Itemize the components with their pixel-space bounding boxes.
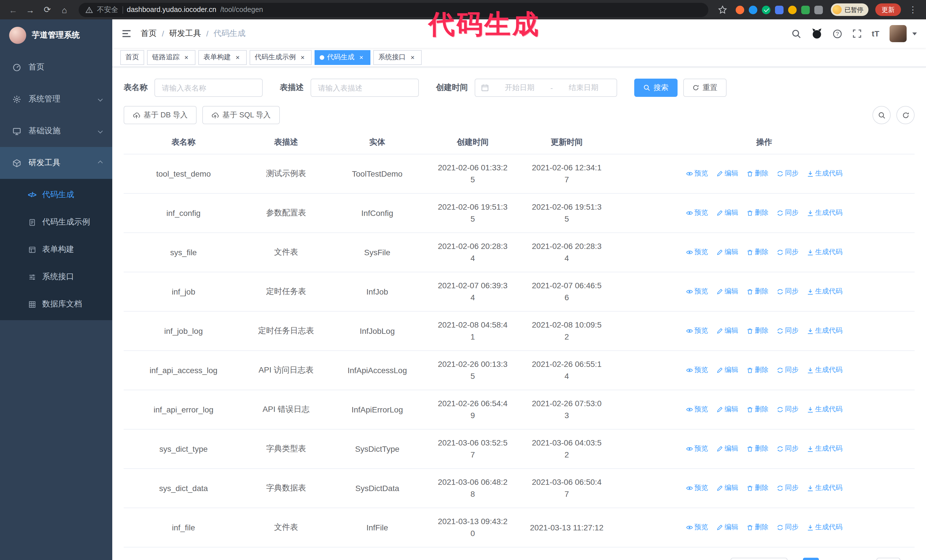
import-sql-button[interactable]: 基于 SQL 导入	[203, 106, 280, 124]
sidebar-item-system-api[interactable]: 系统接口	[0, 263, 112, 291]
user-avatar[interactable]	[890, 25, 906, 42]
action-sync-link[interactable]: 同步	[776, 287, 799, 296]
sidebar-item-codegen[interactable]: </> 代码生成	[0, 181, 112, 208]
action-sync-link[interactable]: 同步	[776, 365, 799, 375]
sidebar-item-db-doc[interactable]: 数据库文档	[0, 291, 112, 318]
action-generate-link[interactable]: 生成代码	[806, 287, 843, 296]
action-generate-link[interactable]: 生成代码	[806, 405, 843, 414]
tab-system-api[interactable]: 系统接口×	[373, 50, 422, 65]
action-generate-link[interactable]: 生成代码	[806, 365, 843, 375]
table-desc-input[interactable]	[310, 78, 419, 97]
action-edit-link[interactable]: 编辑	[716, 326, 738, 336]
toggle-search-button[interactable]	[872, 106, 891, 124]
action-delete-link[interactable]: 删除	[746, 208, 769, 218]
action-preview-link[interactable]: 预览	[686, 365, 708, 375]
search-button[interactable]: 搜索	[634, 78, 678, 97]
action-preview-link[interactable]: 预览	[686, 523, 708, 532]
action-generate-link[interactable]: 生成代码	[806, 444, 843, 454]
sidebar-item-form-builder[interactable]: 表单构建	[0, 236, 112, 263]
refresh-table-button[interactable]	[896, 106, 915, 124]
action-generate-link[interactable]: 生成代码	[806, 483, 843, 493]
browser-forward-button[interactable]: →	[23, 2, 38, 17]
sidebar-item-system-mgmt[interactable]: 系统管理	[0, 83, 112, 115]
close-icon[interactable]: ×	[234, 53, 242, 61]
action-edit-link[interactable]: 编辑	[716, 523, 738, 532]
action-edit-link[interactable]: 编辑	[716, 365, 738, 375]
action-edit-link[interactable]: 编辑	[716, 287, 738, 296]
action-preview-link[interactable]: 预览	[686, 248, 708, 257]
table-name-input[interactable]	[154, 78, 263, 97]
browser-extension-icon[interactable]	[775, 5, 784, 14]
search-icon[interactable]	[791, 29, 801, 38]
action-edit-link[interactable]: 编辑	[716, 208, 738, 218]
browser-extension-icon[interactable]	[801, 5, 810, 14]
import-db-button[interactable]: 基于 DB 导入	[124, 106, 197, 124]
pagination-page-1[interactable]: 1	[803, 558, 819, 560]
action-sync-link[interactable]: 同步	[776, 483, 799, 493]
font-size-icon[interactable]: tT	[872, 29, 879, 38]
tab-codegen[interactable]: 代码生成×	[315, 50, 371, 65]
tab-home[interactable]: 首页	[120, 50, 144, 65]
action-edit-link[interactable]: 编辑	[716, 248, 738, 257]
action-preview-link[interactable]: 预览	[686, 444, 708, 454]
action-edit-link[interactable]: 编辑	[716, 405, 738, 414]
browser-reload-button[interactable]: ⟳	[40, 2, 55, 17]
action-delete-link[interactable]: 删除	[746, 523, 769, 532]
browser-menu-button[interactable]: ⋮	[905, 2, 920, 17]
app-logo[interactable]: 芋道管理系统	[0, 20, 112, 51]
action-edit-link[interactable]: 编辑	[716, 444, 738, 454]
action-preview-link[interactable]: 预览	[686, 208, 708, 218]
browser-home-button[interactable]: ⌂	[57, 2, 72, 17]
action-preview-link[interactable]: 预览	[686, 287, 708, 296]
action-sync-link[interactable]: 同步	[776, 523, 799, 532]
action-generate-link[interactable]: 生成代码	[806, 169, 843, 179]
action-delete-link[interactable]: 删除	[746, 483, 769, 493]
close-icon[interactable]: ×	[299, 53, 307, 61]
action-generate-link[interactable]: 生成代码	[806, 208, 843, 218]
action-preview-link[interactable]: 预览	[686, 405, 708, 414]
action-sync-link[interactable]: 同步	[776, 169, 799, 179]
hamburger-icon[interactable]	[112, 29, 141, 39]
action-sync-link[interactable]: 同步	[776, 208, 799, 218]
browser-extension-icon[interactable]	[736, 5, 744, 14]
action-sync-link[interactable]: 同步	[776, 405, 799, 414]
reset-button[interactable]: 重置	[683, 78, 726, 97]
close-icon[interactable]: ×	[357, 53, 365, 61]
puzzle-extension-icon[interactable]	[814, 5, 823, 14]
tab-tracing[interactable]: 链路追踪×	[147, 50, 195, 65]
action-sync-link[interactable]: 同步	[776, 444, 799, 454]
action-preview-link[interactable]: 预览	[686, 326, 708, 336]
action-delete-link[interactable]: 删除	[746, 444, 769, 454]
tab-form-builder[interactable]: 表单构建×	[198, 50, 247, 65]
sidebar-item-codegen-example[interactable]: 代码生成示例	[0, 208, 112, 236]
close-icon[interactable]: ×	[409, 53, 416, 61]
avatar-caret-icon[interactable]	[912, 32, 917, 35]
action-preview-link[interactable]: 预览	[686, 169, 708, 179]
action-delete-link[interactable]: 删除	[746, 405, 769, 414]
tab-codegen-example[interactable]: 代码生成示例×	[250, 50, 312, 65]
address-bar[interactable]: 不安全 dashboard.yudao.iocoder.cn/tool/code…	[79, 3, 708, 17]
sidebar-item-home[interactable]: 首页	[0, 51, 112, 83]
goto-page-input[interactable]	[876, 558, 900, 560]
breadcrumb-home[interactable]: 首页	[141, 29, 157, 39]
action-generate-link[interactable]: 生成代码	[806, 523, 843, 532]
action-sync-link[interactable]: 同步	[776, 248, 799, 257]
sidebar-item-devtools[interactable]: 研发工具	[0, 147, 112, 179]
action-delete-link[interactable]: 删除	[746, 248, 769, 257]
profile-chip[interactable]: 已暂停	[831, 3, 869, 16]
action-delete-link[interactable]: 删除	[746, 365, 769, 375]
bookmark-star-icon[interactable]	[715, 2, 730, 17]
action-edit-link[interactable]: 编辑	[716, 483, 738, 493]
action-generate-link[interactable]: 生成代码	[806, 326, 843, 336]
action-delete-link[interactable]: 删除	[746, 169, 769, 179]
browser-back-button[interactable]: ←	[6, 2, 21, 17]
browser-extension-icon[interactable]	[762, 5, 770, 14]
action-edit-link[interactable]: 编辑	[716, 169, 738, 179]
browser-update-button[interactable]: 更新	[875, 3, 901, 16]
action-generate-link[interactable]: 生成代码	[806, 248, 843, 257]
close-icon[interactable]: ×	[182, 53, 190, 61]
action-preview-link[interactable]: 预览	[686, 483, 708, 493]
github-icon[interactable]	[811, 28, 822, 39]
pagination-page-2[interactable]: 2	[825, 558, 841, 560]
browser-extension-icon[interactable]	[749, 5, 757, 14]
